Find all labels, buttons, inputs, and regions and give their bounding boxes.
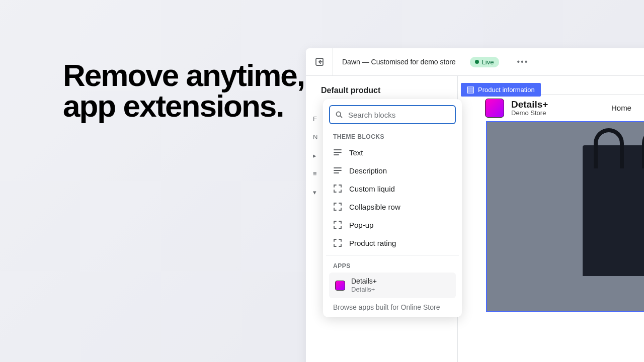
block-collapsible-row[interactable]: Collapsible row — [326, 198, 459, 216]
search-icon — [335, 110, 343, 119]
block-label: Collapsible row — [349, 203, 400, 211]
theme-blocks-heading: THEME BLOCKS — [326, 129, 459, 143]
divider — [326, 255, 459, 255]
tree-background: FN▸≡▾ — [313, 110, 317, 202]
frame-corners-icon — [333, 202, 342, 211]
editor-body: Default product FN▸≡▾ THEME BLOCKS Text … — [306, 76, 644, 362]
svg-rect-2 — [467, 87, 473, 93]
section-title: Default product — [306, 86, 457, 98]
frame-corners-icon — [333, 220, 342, 229]
product-information-tag[interactable]: Product information — [461, 83, 541, 97]
nav-home[interactable]: Home — [611, 104, 631, 112]
store-nav: Home Catal — [611, 104, 644, 112]
block-label: Pop-up — [349, 221, 373, 229]
bag-illustration: Storeprop — [583, 145, 644, 276]
exit-icon — [314, 57, 325, 67]
browse-apps-link[interactable]: Browse apps built for Online Store — [326, 298, 459, 312]
block-custom-liquid[interactable]: Custom liquid — [326, 179, 459, 198]
section-icon — [467, 86, 474, 94]
store-logo-icon — [485, 99, 504, 118]
theme-editor-window: Dawn — Customised for demo store Live ••… — [306, 48, 644, 362]
theme-title: Dawn — Customised for demo store — [333, 58, 465, 66]
store-title: Details+ — [511, 100, 548, 109]
search-blocks-input[interactable] — [348, 111, 450, 119]
block-label: Product rating — [349, 239, 396, 247]
block-popup[interactable]: Pop-up — [326, 216, 459, 234]
store-header: Details+ Demo Store Home Catal — [468, 94, 644, 121]
app-title: Details+ — [351, 277, 377, 286]
frame-corners-icon — [333, 238, 342, 247]
block-label: Text — [349, 148, 363, 157]
app-details-plus[interactable]: Details+ Details+ — [329, 273, 456, 298]
search-blocks-field[interactable] — [329, 105, 456, 124]
back-button[interactable] — [306, 48, 333, 76]
editor-topbar: Dawn — Customised for demo store Live ••… — [306, 48, 644, 76]
text-lines-icon — [333, 166, 342, 175]
bag-handle-left — [594, 128, 624, 168]
app-logo-icon — [335, 281, 345, 291]
apps-heading: APPS — [326, 258, 459, 273]
more-menu-button[interactable]: ••• — [513, 55, 533, 68]
pi-label: Product information — [478, 86, 535, 94]
product-image: Storeprop — [486, 121, 644, 312]
live-badge: Live — [470, 57, 499, 67]
editor-sidebar: Default product FN▸≡▾ THEME BLOCKS Text … — [306, 76, 458, 362]
block-picker-popover: THEME BLOCKS Text Description Custom liq… — [323, 99, 462, 317]
block-description[interactable]: Description — [326, 161, 459, 179]
text-lines-icon — [333, 148, 342, 157]
app-subtitle: Details+ — [351, 286, 377, 294]
block-product-rating[interactable]: Product rating — [326, 234, 459, 252]
store-subtitle: Demo Store — [511, 109, 548, 117]
block-label: Description — [349, 166, 387, 175]
theme-preview: Product information Details+ Demo Store … — [458, 76, 644, 362]
bag-handle-right — [642, 128, 644, 168]
block-label: Custom liquid — [349, 185, 395, 193]
block-text[interactable]: Text — [326, 143, 459, 161]
frame-corners-icon — [333, 184, 342, 193]
